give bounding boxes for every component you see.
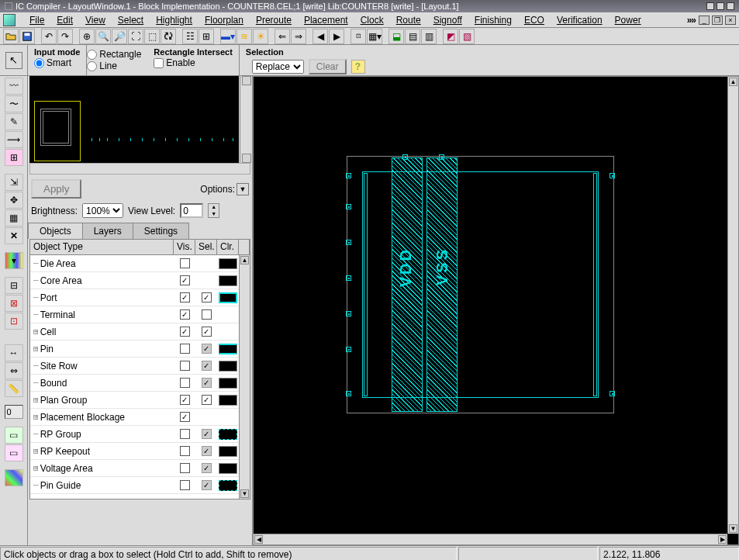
table-row[interactable]: ┄Die Area	[30, 255, 250, 272]
menu-power[interactable]: Power	[609, 15, 647, 26]
rail-place-icon[interactable]: ⊞	[5, 149, 23, 166]
highlight-icon[interactable]: ▬▾	[220, 29, 236, 44]
menu-select[interactable]: Select	[112, 15, 150, 26]
view-level-spinner[interactable]: ▲▼	[208, 203, 219, 218]
clear-button[interactable]: Clear	[309, 59, 347, 74]
redo-icon[interactable]: ↷	[57, 29, 73, 44]
sys-menu-icon[interactable]	[5, 2, 12, 10]
snap-icon[interactable]: ⊡	[351, 29, 366, 44]
options-dropdown[interactable]: ▼	[237, 183, 249, 195]
mdi-minimize[interactable]: _	[699, 16, 710, 25]
rail-align1-icon[interactable]: ⊟	[5, 277, 23, 294]
help-icon[interactable]: ?	[351, 60, 365, 74]
line-radio[interactable]: Line	[87, 60, 117, 71]
menu-clock[interactable]: Clock	[354, 15, 390, 26]
misc2-icon[interactable]: ▤	[405, 29, 420, 44]
rail-grid-icon[interactable]: ▦	[5, 209, 23, 226]
table-row[interactable]: ┄Bound✓	[30, 375, 250, 392]
zoom-out-icon[interactable]: 🔎	[112, 29, 127, 44]
rail-dim1-icon[interactable]: ↔	[5, 344, 23, 361]
misc3-icon[interactable]: ▥	[421, 29, 437, 44]
menu-signoff[interactable]: Signoff	[427, 15, 468, 26]
rail-align2-icon[interactable]: ⊠	[5, 295, 23, 312]
brightness-select[interactable]: 100%	[82, 203, 123, 218]
table-row[interactable]: ⊞Voltage Area✓	[30, 460, 250, 477]
pointer-mode-icon[interactable]: ↖	[5, 52, 22, 69]
menu-edit[interactable]: Edit	[50, 15, 79, 26]
menu-floorplan[interactable]: Floorplan	[199, 15, 250, 26]
col-sel[interactable]: Sel.	[195, 240, 217, 254]
rail-center-icon[interactable]: ✥	[5, 192, 23, 209]
undo-icon[interactable]: ↶	[41, 29, 57, 44]
grid-icon[interactable]: ▦▾	[367, 29, 382, 44]
rail-route-icon[interactable]: ⟿	[5, 131, 23, 148]
tab-settings[interactable]: Settings	[133, 223, 189, 239]
rail-curve1-icon[interactable]: 〰	[5, 78, 23, 95]
menu-placement[interactable]: Placement	[298, 15, 354, 26]
zoom-fit-icon[interactable]: ⛶	[128, 29, 143, 44]
menu-finishing[interactable]: Finishing	[468, 15, 518, 26]
refresh-icon[interactable]: 🗘	[161, 29, 176, 44]
selection-mode-select[interactable]: Replace	[252, 60, 304, 74]
rail-align3-icon[interactable]: ⊡	[5, 313, 23, 330]
menu-preroute[interactable]: Preroute	[250, 15, 298, 26]
table-row[interactable]: ┄Site Row✓	[30, 358, 250, 375]
maximize-button[interactable]	[717, 2, 724, 10]
rail-delete-icon[interactable]: ✕	[5, 227, 23, 244]
open-icon[interactable]	[3, 29, 19, 44]
canvas-h-scroll[interactable]: ◀▶	[254, 534, 727, 544]
mdi-close[interactable]: ×	[725, 16, 736, 25]
forward-icon[interactable]: ⇒	[291, 29, 306, 44]
tab-objects[interactable]: Objects	[28, 223, 83, 239]
next-icon[interactable]: ▶	[329, 29, 344, 44]
mdi-restore[interactable]: ❐	[712, 16, 723, 25]
table-row[interactable]: ┄Core Area✓	[30, 272, 250, 289]
table-row[interactable]: ⊞Cell✓✓	[30, 323, 250, 340]
col-clr[interactable]: Clr.	[217, 240, 239, 254]
prev-icon[interactable]: ◀	[313, 29, 328, 44]
col-vis[interactable]: Vis.	[174, 240, 195, 254]
apply-button[interactable]: Apply	[31, 179, 81, 199]
table-row[interactable]: ⊞Placement Blockage✓	[30, 409, 250, 426]
sun-icon[interactable]: ☀	[253, 29, 268, 44]
menu-file[interactable]: File	[23, 15, 50, 26]
table-row[interactable]: ⊞Plan Group✓✓	[30, 392, 250, 409]
table-row[interactable]: ┄Terminal✓	[30, 306, 250, 323]
table-row[interactable]: ┄Port✓✓	[30, 289, 250, 306]
rail-dim2-icon[interactable]: ⇔	[5, 362, 23, 379]
rectangle-radio[interactable]: Rectangle	[87, 49, 141, 60]
menu-verification[interactable]: Verification	[551, 15, 609, 26]
pan-icon[interactable]: ⬚	[144, 29, 160, 44]
canvas-v-scroll[interactable]: ▲▼	[727, 77, 738, 534]
menu-route[interactable]: Route	[390, 15, 427, 26]
object-table-scroll[interactable]: ▲ ▼	[239, 255, 250, 499]
col-object-type[interactable]: Object Type	[30, 240, 174, 254]
rail-move-icon[interactable]: ⇲	[5, 174, 23, 191]
misc4-icon[interactable]: ◩	[443, 29, 458, 44]
rail-edit-icon[interactable]: ✎	[5, 113, 23, 130]
rail-layer-icon[interactable]: ▾	[5, 252, 23, 269]
rail-palette-icon[interactable]	[5, 469, 23, 486]
smart-radio[interactable]: Smart	[34, 57, 71, 68]
overview-panel[interactable]	[29, 76, 250, 163]
close-button[interactable]	[727, 2, 734, 10]
table-row[interactable]: ⊞RP Keepout✓	[30, 443, 250, 460]
misc5-icon[interactable]: ▧	[459, 29, 475, 44]
misc1-icon[interactable]: ⬓	[388, 29, 404, 44]
zoom-in-icon[interactable]: 🔍	[95, 29, 111, 44]
back-icon[interactable]: ⇐	[275, 29, 290, 44]
menu-view[interactable]: View	[79, 15, 112, 26]
tool-a-icon[interactable]: ☷	[182, 29, 198, 44]
menu-overflow[interactable]: »»	[687, 15, 699, 26]
layout-canvas[interactable]: VDD VSS	[254, 77, 727, 534]
menu-highlight[interactable]: Highlight	[150, 15, 199, 26]
tab-layers[interactable]: Layers	[82, 223, 133, 239]
overview-v-scroll[interactable]	[240, 76, 251, 163]
table-row[interactable]: ┄RP Group✓	[30, 426, 250, 443]
tool-b-icon[interactable]: ⊞	[199, 29, 214, 44]
zoom-target-icon[interactable]: ⊕	[79, 29, 95, 44]
overview-h-scroll[interactable]	[29, 163, 250, 175]
save-icon[interactable]	[19, 29, 35, 44]
rail-measure-icon[interactable]: 📏	[5, 380, 23, 397]
table-row[interactable]: ⊞Pin✓	[30, 340, 250, 358]
